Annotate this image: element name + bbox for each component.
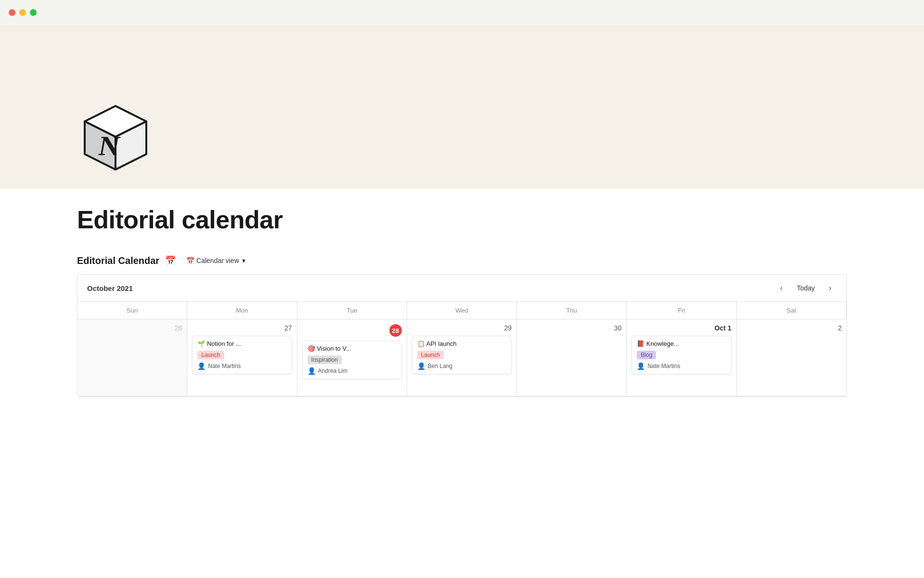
cal-cell-29: 29 📋 API launch Launch 👤 Ben Lang <box>407 319 517 396</box>
event-icon-api: 📋 <box>417 340 426 347</box>
date-26: 26 <box>82 324 182 332</box>
date-27: 27 <box>192 324 292 332</box>
day-header-fri: Fri <box>627 302 736 319</box>
date-28: 28 <box>302 324 402 337</box>
day-header-thu: Thu <box>517 302 627 319</box>
today-button[interactable]: Today <box>791 282 821 294</box>
day-header-sat: Sat <box>737 302 847 319</box>
event-icon-vision: 🎯 <box>308 345 317 352</box>
maximize-button[interactable] <box>30 9 37 16</box>
calendar-grid: Sun Mon Tue Wed Thu Fri Sat 26 27 🌱 Noti… <box>77 302 847 396</box>
event-title-vision: 🎯 Vision to V... <box>308 345 397 352</box>
event-card-api[interactable]: 📋 API launch Launch 👤 Ben Lang <box>412 336 512 374</box>
assignee-name-vision: Andrea Lim <box>318 368 347 374</box>
cal-cell-28: 28 🎯 Vision to V... Inspiration 👤 Andrea… <box>297 319 407 396</box>
event-card-knowledge[interactable]: 📕 Knowlege... Blog 👤 Nate Martins <box>631 336 731 374</box>
month-label: October 2021 <box>87 284 133 292</box>
prev-month-button[interactable]: ‹ <box>775 281 788 295</box>
cal-cell-27: 27 🌱 Notion for ... Launch 👤 Nate Martin… <box>187 319 297 396</box>
cal-cell-2: 2 <box>737 319 847 396</box>
event-icon-knowledge: 📕 <box>637 340 646 347</box>
next-month-button[interactable]: › <box>823 281 837 295</box>
event-card-notion[interactable]: 🌱 Notion for ... Launch 👤 Nate Martins <box>192 336 292 374</box>
date-2: 2 <box>742 324 842 332</box>
calendar-db-icon: 📅 <box>165 255 176 266</box>
page-title-area: Editorial calendar <box>0 189 924 243</box>
event-card-vision[interactable]: 🎯 Vision to V... Inspiration 👤 Andrea Li… <box>302 341 402 379</box>
page-title: Editorial calendar <box>77 206 847 234</box>
close-button[interactable] <box>9 9 15 16</box>
event-tag-vision: Inspiration <box>308 355 342 364</box>
day-header-tue: Tue <box>297 302 407 319</box>
event-title-notion: 🌱 Notion for ... <box>197 340 286 347</box>
event-tag-notion: Launch <box>197 351 224 359</box>
cal-cell-30: 30 <box>517 319 627 396</box>
avatar-icon-notion: 👤 <box>197 362 205 370</box>
assignee-name-notion: Nate Martins <box>208 363 241 369</box>
avatar-icon-knowledge: 👤 <box>637 362 645 370</box>
avatar-icon-api: 👤 <box>417 362 425 370</box>
chevron-down-icon: ▾ <box>242 257 245 264</box>
page-wrapper: N Editorial calendar Editorial Calendar … <box>0 0 924 397</box>
assignee-name-knowledge: Nate Martins <box>647 363 680 369</box>
db-title-row: Editorial Calendar 📅 📅 Calendar view ▾ <box>77 255 847 266</box>
event-assignee-vision: 👤 Andrea Lim <box>308 367 397 375</box>
date-30: 30 <box>522 324 621 332</box>
nav-controls: ‹ Today › <box>775 281 837 295</box>
day-header-sun: Sun <box>77 302 187 319</box>
traffic-lights <box>0 0 924 25</box>
event-assignee-knowledge: 👤 Nate Martins <box>637 362 726 370</box>
event-assignee-notion: 👤 Nate Martins <box>197 362 286 370</box>
cal-cell-oct1: Oct 1 📕 Knowlege... Blog 👤 Nate Martins <box>627 319 736 396</box>
calendar-container: October 2021 ‹ Today › Sun Mon Tue Wed T… <box>77 274 847 397</box>
date-29: 29 <box>412 324 512 332</box>
avatar-icon-vision: 👤 <box>308 367 316 375</box>
event-title-knowledge: 📕 Knowlege... <box>637 340 726 347</box>
db-title: Editorial Calendar <box>77 255 159 266</box>
view-selector-button[interactable]: 📅 Calendar view ▾ <box>181 255 250 266</box>
minimize-button[interactable] <box>19 9 26 16</box>
day-header-mon: Mon <box>187 302 297 319</box>
calendar-nav: October 2021 ‹ Today › <box>77 275 847 302</box>
notion-logo: N <box>77 102 154 179</box>
today-badge: 28 <box>389 324 402 337</box>
event-title-api: 📋 API launch <box>417 340 506 347</box>
cover-area: N <box>0 25 924 189</box>
cal-cell-26: 26 <box>77 319 187 396</box>
event-tag-knowledge: Blog <box>637 351 656 359</box>
assignee-name-api: Ben Lang <box>428 363 452 369</box>
day-header-wed: Wed <box>407 302 517 319</box>
event-tag-api: Launch <box>417 351 444 359</box>
date-oct1: Oct 1 <box>631 324 731 332</box>
event-icon-notion: 🌱 <box>197 340 207 347</box>
view-selector-label: 📅 Calendar view <box>186 257 239 264</box>
event-assignee-api: 👤 Ben Lang <box>417 362 506 370</box>
db-header: Editorial Calendar 📅 📅 Calendar view ▾ <box>0 243 924 266</box>
